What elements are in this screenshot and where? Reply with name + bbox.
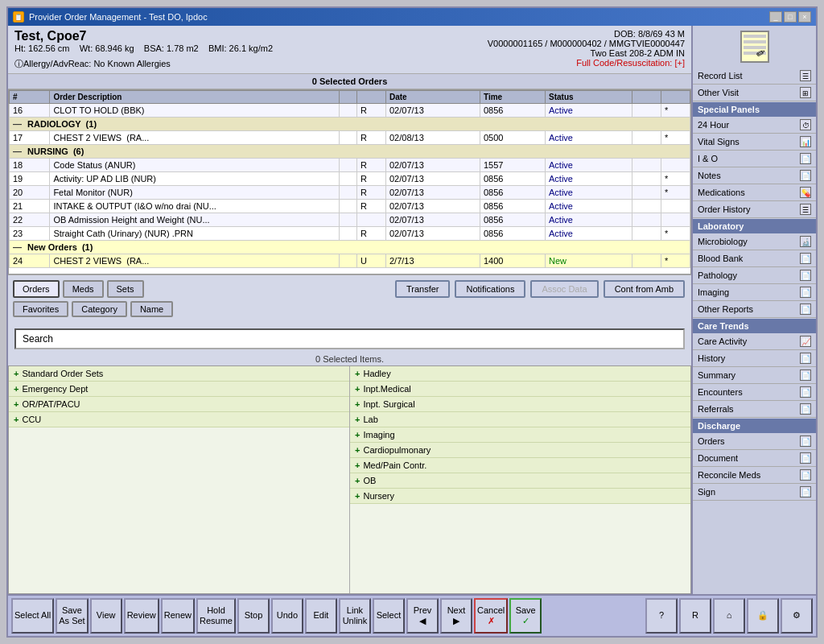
- cont-from-amb-button[interactable]: Cont from Amb: [604, 280, 685, 298]
- list-item[interactable]: + Nursery: [350, 489, 690, 504]
- sidebar-item-other-visit[interactable]: Other Visit ⊞: [693, 85, 816, 101]
- sidebar-item-summary[interactable]: Summary 📄: [693, 367, 816, 384]
- assoc-data-button[interactable]: Assoc Data: [530, 280, 598, 298]
- expand-icon[interactable]: +: [355, 491, 360, 501]
- sidebar-item-imaging[interactable]: Imaging 📄: [693, 284, 816, 301]
- transfer-button[interactable]: Transfer: [395, 280, 451, 298]
- sidebar-item-care-activity[interactable]: Care Activity 📈: [693, 333, 816, 350]
- close-button[interactable]: ×: [798, 11, 811, 23]
- sidebar-item-i-and-o[interactable]: I & O 📄: [693, 151, 816, 167]
- maximize-button[interactable]: □: [784, 11, 797, 23]
- sidebar-item-notes[interactable]: Notes 📄: [693, 167, 816, 184]
- notepad-icon[interactable]: ✏: [740, 31, 769, 63]
- list-item[interactable]: + Inpt. Surgical: [350, 397, 690, 412]
- full-code[interactable]: Full Code/Resuscitation: [+]: [576, 58, 685, 70]
- r-button[interactable]: R: [679, 598, 711, 634]
- sidebar-item-pathology[interactable]: Pathology 📄: [693, 267, 816, 284]
- hold-resume-button[interactable]: HoldResume: [196, 598, 236, 634]
- list-item[interactable]: + Inpt.Medical: [350, 382, 690, 397]
- table-row[interactable]: 17 CHEST 2 VIEWS (RA... R 02/08/13 0500 …: [10, 131, 690, 145]
- expand-icon[interactable]: +: [14, 369, 19, 378]
- lock-button[interactable]: 🔒: [747, 598, 779, 634]
- list-item[interactable]: + CCU: [9, 412, 349, 427]
- list-item[interactable]: + Imaging: [350, 427, 690, 443]
- edit-button[interactable]: Edit: [305, 598, 337, 634]
- sidebar-item-reconcile-meds[interactable]: Reconcile Meds 📄: [693, 467, 816, 484]
- review-button[interactable]: Review: [124, 598, 159, 634]
- section-header-radiology[interactable]: — RADIOLOGY (1): [10, 118, 690, 131]
- subtab-name[interactable]: Name: [130, 301, 173, 317]
- expand-icon[interactable]: +: [355, 430, 360, 440]
- sidebar-item-blood-bank[interactable]: Blood Bank 📄: [693, 250, 816, 267]
- table-row[interactable]: 24 CHEST 2 VIEWS (RA... U 2/7/13 1400 Ne…: [10, 254, 690, 268]
- sidebar-item-history[interactable]: History 📄: [693, 350, 816, 367]
- list-item[interactable]: + Lab: [350, 412, 690, 427]
- sidebar-item-order-history[interactable]: Order History ☰: [693, 201, 816, 218]
- sidebar-item-microbiology[interactable]: Microbiology 🔬: [693, 233, 816, 250]
- sidebar-item-medications[interactable]: Medications 💊: [693, 184, 816, 201]
- subtab-favorites[interactable]: Favorites: [13, 301, 68, 317]
- table-row[interactable]: 19 Activity: UP AD LIB (NUR) R 02/07/13 …: [10, 172, 690, 186]
- table-row[interactable]: 23 Straight Cath (Urinary) (NUR) .PRN R …: [10, 227, 690, 241]
- expand-icon[interactable]: +: [355, 415, 360, 424]
- tab-meds[interactable]: Meds: [63, 280, 104, 298]
- sidebar-item-sign[interactable]: Sign 📄: [693, 484, 816, 501]
- table-row[interactable]: 21 INTAKE & OUTPUT (I&O w/no drai (NU...…: [10, 200, 690, 213]
- expand-icon[interactable]: +: [355, 369, 360, 378]
- sidebar-item-referrals[interactable]: Referrals 📄: [693, 401, 816, 418]
- tab-sets[interactable]: Sets: [107, 280, 144, 298]
- minimize-button[interactable]: _: [769, 11, 782, 23]
- renew-button[interactable]: Renew: [161, 598, 195, 634]
- subtab-category[interactable]: Category: [72, 301, 127, 317]
- sidebar-item-vital-signs[interactable]: Vital Signs 📊: [693, 134, 816, 151]
- expand-icon[interactable]: +: [14, 399, 19, 409]
- expand-icon[interactable]: +: [14, 384, 19, 394]
- collapse-icon[interactable]: —: [13, 119, 22, 129]
- view-button[interactable]: View: [90, 598, 122, 634]
- expand-icon[interactable]: +: [14, 415, 19, 424]
- section-header-nursing[interactable]: — NURSING (6): [10, 145, 690, 159]
- save-as-set-button[interactable]: SaveAs Set: [56, 598, 88, 634]
- sidebar-item-24hour[interactable]: 24 Hour ⏱: [693, 117, 816, 134]
- section-header-new-orders[interactable]: — New Orders (1): [10, 241, 690, 254]
- orders-table-container[interactable]: # Order Description Date Time Status: [8, 89, 691, 275]
- table-row[interactable]: 18 Code Status (ANUR) R 02/07/13 1557 Ac…: [10, 159, 690, 172]
- expand-icon[interactable]: +: [355, 460, 360, 470]
- expand-icon[interactable]: +: [355, 384, 360, 394]
- list-item[interactable]: + Med/Pain Contr.: [350, 458, 690, 473]
- list-item[interactable]: + Emergency Dept: [9, 382, 349, 397]
- prev-button[interactable]: Prev◀: [406, 598, 439, 634]
- sidebar-item-encounters[interactable]: Encounters 📄: [693, 384, 816, 401]
- search-input[interactable]: [14, 328, 685, 349]
- save-button[interactable]: Save ✓: [509, 598, 542, 634]
- sidebar-item-record-list[interactable]: Record List ☰: [693, 68, 816, 85]
- help-button[interactable]: ?: [645, 598, 678, 634]
- sidebar-item-document[interactable]: Document 📄: [693, 450, 816, 467]
- sidebar-item-discharge-orders[interactable]: Orders 📄: [693, 433, 816, 450]
- home-button[interactable]: ⌂: [713, 598, 745, 634]
- sidebar-item-other-reports[interactable]: Other Reports 📄: [693, 301, 816, 318]
- select-button[interactable]: Select: [373, 598, 405, 634]
- expand-icon[interactable]: +: [355, 476, 360, 485]
- notifications-button[interactable]: Notifications: [455, 280, 525, 298]
- settings-button[interactable]: ⚙: [781, 598, 813, 634]
- link-unlink-button[interactable]: LinkUnlink: [339, 598, 371, 634]
- table-row[interactable]: 20 Fetal Monitor (NUR) R 02/07/13 0856 A…: [10, 186, 690, 200]
- collapse-icon[interactable]: —: [13, 147, 22, 156]
- undo-button[interactable]: Undo: [271, 598, 303, 634]
- cancel-button[interactable]: Cancel ✗: [474, 598, 508, 634]
- select-all-button[interactable]: Select All: [11, 598, 54, 634]
- list-item[interactable]: + Standard Order Sets: [9, 366, 349, 382]
- expand-icon[interactable]: +: [355, 399, 360, 409]
- tab-orders[interactable]: Orders: [13, 280, 60, 298]
- stop-button[interactable]: Stop: [237, 598, 270, 634]
- next-button[interactable]: Next▶: [440, 598, 472, 634]
- table-row[interactable]: 22 OB Admission Height and Weight (NU...…: [10, 213, 690, 227]
- collapse-icon[interactable]: —: [13, 242, 22, 252]
- expand-icon[interactable]: +: [355, 445, 360, 455]
- list-item[interactable]: + OB: [350, 473, 690, 489]
- list-item[interactable]: + Cardiopulmonary: [350, 443, 690, 458]
- list-item[interactable]: + OR/PAT/PACU: [9, 397, 349, 412]
- list-item[interactable]: + Hadley: [350, 366, 690, 382]
- table-row[interactable]: 16 CLOT TO HOLD (BBK) R 02/07/13 0856 Ac…: [10, 104, 690, 118]
